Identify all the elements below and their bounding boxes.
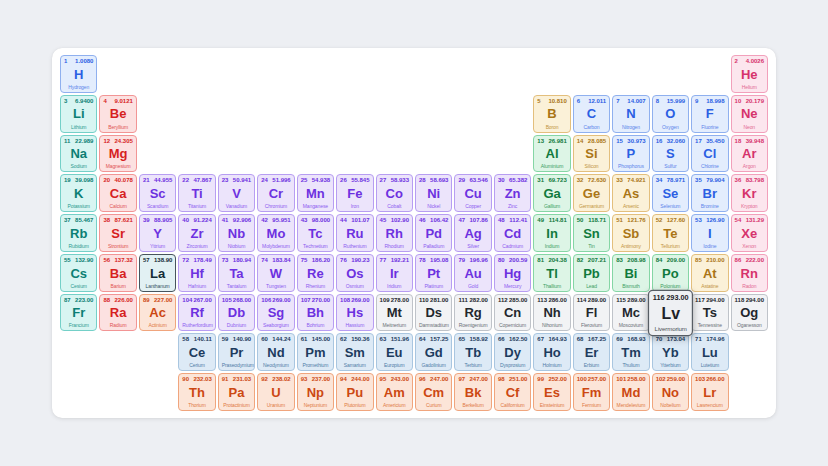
element-tile-sn[interactable]: 50118.71SnTin <box>573 214 610 252</box>
element-tile-ga[interactable]: 3169.723GaGallium <box>533 174 570 212</box>
element-tile-ni[interactable]: 2858.693NiNickel <box>415 174 452 212</box>
element-tile-br[interactable]: 3579.904BrBromine <box>691 174 728 212</box>
element-tile-ar[interactable]: 1839.948ArArgon <box>731 135 768 173</box>
element-tile-fl[interactable]: 114289.00FlFlerovium <box>573 294 610 332</box>
element-tile-ta[interactable]: 73180.94TaTantalum <box>218 254 255 292</box>
element-tile-rn[interactable]: 86222.00RnRadon <box>731 254 768 292</box>
element-tile-na[interactable]: 1122.989NaSodium <box>60 135 97 173</box>
element-tile-db[interactable]: 105268.00DbDubnium <box>218 294 255 332</box>
element-tile-rg[interactable]: 111282.00RgRoentgenium <box>454 294 491 332</box>
element-tile-og[interactable]: 118294.00OgOganesson <box>731 294 768 332</box>
element-tile-cm[interactable]: 96247.00CmCurium <box>415 373 452 411</box>
element-tile-se[interactable]: 3478.971SeSelenium <box>652 174 689 212</box>
element-tile-sm[interactable]: 62150.36SmSamarium <box>336 333 373 371</box>
element-tile-cl[interactable]: 1735.450ClChlorine <box>691 135 728 173</box>
element-tile-cu[interactable]: 2963.546CuCopper <box>454 174 491 212</box>
element-tile-te[interactable]: 52127.60TeTellurium <box>652 214 689 252</box>
element-tile-o[interactable]: 815.999OOxygen <box>652 95 689 133</box>
element-tile-sc[interactable]: 2144.955ScScandium <box>139 174 176 212</box>
element-tile-dy[interactable]: 66162.50DyDysprosium <box>494 333 531 371</box>
element-tile-pu[interactable]: 94244.00PuPlutonium <box>336 373 373 411</box>
element-tile-kr[interactable]: 3683.798KrKrypton <box>731 174 768 212</box>
element-tile-sr[interactable]: 3887.621SrStrontium <box>99 214 136 252</box>
element-tile-at[interactable]: 85210.00AtAstatine <box>691 254 728 292</box>
element-tile-fe[interactable]: 2655.845FeIron <box>336 174 373 212</box>
element-tile-es[interactable]: 99252.00EsEinsteinium <box>533 373 570 411</box>
element-tile-f[interactable]: 918.998FFluorine <box>691 95 728 133</box>
element-tile-h[interactable]: 11.0080HHydrogen <box>60 55 97 93</box>
element-tile-nb[interactable]: 4192.906NbNiobium <box>218 214 255 252</box>
element-tile-gd[interactable]: 64157.25GdGadolinium <box>415 333 452 371</box>
element-tile-os[interactable]: 76190.23OsOsmium <box>336 254 373 292</box>
element-tile-lr[interactable]: 103266.00LrLawrencium <box>691 373 728 411</box>
element-tile-ne[interactable]: 1020.179NeNeon <box>731 95 768 133</box>
element-tile-be[interactable]: 49.0121BeBeryllium <box>99 95 136 133</box>
element-tile-y[interactable]: 3988.905YYttrium <box>139 214 176 252</box>
element-tile-ts[interactable]: 117294.00TsTennessine <box>691 294 728 332</box>
element-tile-fm[interactable]: 100257.00FmFermium <box>573 373 610 411</box>
element-tile-am[interactable]: 95243.00AmAmericium <box>376 373 413 411</box>
element-tile-ra[interactable]: 88226.00RaRadium <box>99 294 136 332</box>
element-tile-rf[interactable]: 104267.00RfRutherfordium <box>178 294 215 332</box>
element-tile-bi[interactable]: 83208.98BiBismuth <box>612 254 649 292</box>
element-tile-hs[interactable]: 108269.00HsHassium <box>336 294 373 332</box>
element-tile-eu[interactable]: 63151.96EuEuropium <box>376 333 413 371</box>
element-tile-la[interactable]: 57138.90LaLanthanum <box>139 254 176 292</box>
element-tile-s[interactable]: 1632.060SSulfur <box>652 135 689 173</box>
element-tile-sb[interactable]: 51121.76SbAntimony <box>612 214 649 252</box>
element-tile-tm[interactable]: 69168.93TmThulium <box>612 333 649 371</box>
element-tile-pr[interactable]: 59140.90PrPraseodymium <box>218 333 255 371</box>
element-tile-bk[interactable]: 97247.00BkBerkelium <box>454 373 491 411</box>
element-tile-p[interactable]: 1530.973PPhosphorus <box>612 135 649 173</box>
element-tile-zr[interactable]: 4091.224ZrZirconium <box>178 214 215 252</box>
element-tile-ag[interactable]: 47107.86AgSilver <box>454 214 491 252</box>
element-tile-pb[interactable]: 82207.21PbLead <box>573 254 610 292</box>
element-tile-tc[interactable]: 4398.000TcTechnetium <box>297 214 334 252</box>
element-tile-v[interactable]: 2350.941VVanadium <box>218 174 255 212</box>
element-tile-hf[interactable]: 72178.49HfHafnium <box>178 254 215 292</box>
element-tile-tl[interactable]: 81204.38TlThallium <box>533 254 570 292</box>
element-tile-co[interactable]: 2758.933CoCobalt <box>376 174 413 212</box>
element-tile-ca[interactable]: 2040.078CaCalcium <box>99 174 136 212</box>
element-tile-pa[interactable]: 91231.03PaProtactinium <box>218 373 255 411</box>
element-tile-mo[interactable]: 4295.951MoMolybdenum <box>257 214 294 252</box>
element-tile-po[interactable]: 84209.00PoPolonium <box>652 254 689 292</box>
element-tile-al[interactable]: 1326.981AlAluminium <box>533 135 570 173</box>
element-tile-ge[interactable]: 3272.630GeGermanium <box>573 174 610 212</box>
element-tile-in[interactable]: 49114.81InIndium <box>533 214 570 252</box>
element-tile-pm[interactable]: 61145.00PmPromethium <box>297 333 334 371</box>
element-tile-zn[interactable]: 3065.382ZnZinc <box>494 174 531 212</box>
element-tile-cr[interactable]: 2451.996CrChromium <box>257 174 294 212</box>
element-tile-tb[interactable]: 65158.92TbTerbium <box>454 333 491 371</box>
element-tile-np[interactable]: 93237.00NpNeptunium <box>297 373 334 411</box>
element-tile-ba[interactable]: 56137.32BaBarium <box>99 254 136 292</box>
element-tile-fr[interactable]: 87223.00FrFrancium <box>60 294 97 332</box>
element-tile-nh[interactable]: 113286.00NhNihonium <box>533 294 570 332</box>
element-tile-c[interactable]: 612.011CCarbon <box>573 95 610 133</box>
element-tile-i[interactable]: 53126.90IIodine <box>691 214 728 252</box>
element-tile-mc[interactable]: 115289.00McMoscovium <box>612 294 649 332</box>
element-tile-er[interactable]: 68167.25ErErbium <box>573 333 610 371</box>
element-tile-sg[interactable]: 106269.00SgSeaborgium <box>257 294 294 332</box>
element-tile-pt[interactable]: 78195.08PtPlatinum <box>415 254 452 292</box>
element-tile-cd[interactable]: 48112.41CdCadmium <box>494 214 531 252</box>
element-tile-lv[interactable]: 116293.00LvLivermorium <box>648 290 694 336</box>
element-tile-mt[interactable]: 109278.00MtMeitnerium <box>376 294 413 332</box>
element-tile-pd[interactable]: 46106.42PdPalladium <box>415 214 452 252</box>
element-tile-k[interactable]: 1939.098KPotassium <box>60 174 97 212</box>
element-tile-th[interactable]: 90232.03ThThorium <box>178 373 215 411</box>
element-tile-n[interactable]: 714.007NNitrogen <box>612 95 649 133</box>
element-tile-cs[interactable]: 55132.90CsCesium <box>60 254 97 292</box>
element-tile-rh[interactable]: 45102.90RhRhodium <box>376 214 413 252</box>
element-tile-si[interactable]: 1428.085SiSilicon <box>573 135 610 173</box>
element-tile-cn[interactable]: 112285.00CnCopernicium <box>494 294 531 332</box>
element-tile-ho[interactable]: 67164.93HoHolmium <box>533 333 570 371</box>
element-tile-au[interactable]: 79196.96AuGold <box>454 254 491 292</box>
element-tile-li[interactable]: 36.9400LiLithium <box>60 95 97 133</box>
element-tile-re[interactable]: 75186.20ReRhenium <box>297 254 334 292</box>
element-tile-mg[interactable]: 1224.305MgMagnesium <box>99 135 136 173</box>
element-tile-rb[interactable]: 3785.467RbRubidium <box>60 214 97 252</box>
element-tile-md[interactable]: 101258.00MdMendelevium <box>612 373 649 411</box>
element-tile-ce[interactable]: 58140.11CeCerium <box>178 333 215 371</box>
element-tile-cf[interactable]: 98251.00CfCalifornium <box>494 373 531 411</box>
